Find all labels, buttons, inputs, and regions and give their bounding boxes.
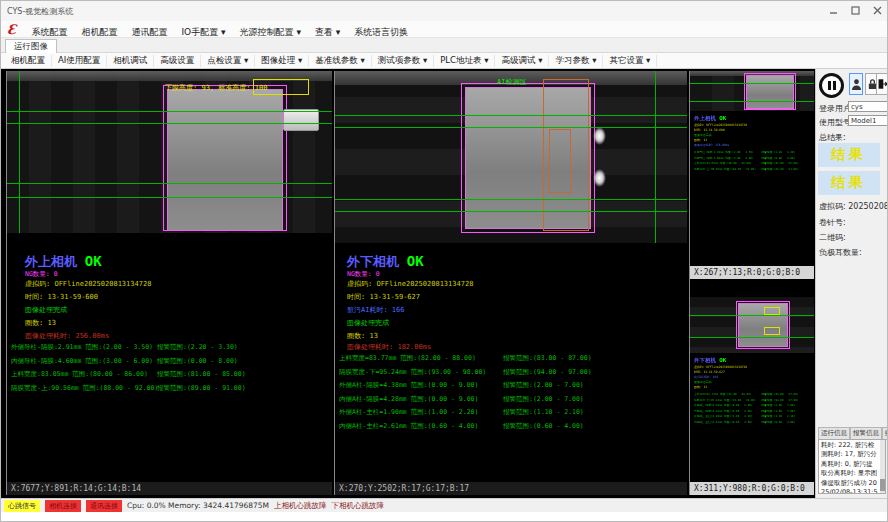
virtual-code: 虚拟码: OFFline2025020813134728 (347, 279, 473, 289)
toolbar-item[interactable]: 高级设置 (154, 55, 201, 67)
toolbar: 相机配置AI使用配置相机调试高级设置点检设置 ▾图像处理 ▾基准线参数 ▾测试项… (1, 53, 888, 69)
tab-run-image[interactable]: 运行图像 (5, 39, 57, 53)
result-block-lower: 结果 (818, 171, 880, 195)
measurement-row: 外侧导柱-隔膜:2.91mm 范围:(2.00 - 3.50) 报警范围:(2.… (7, 343, 332, 357)
virtual-code: 虚拟码: OFFline2025020813134728 (25, 279, 151, 289)
measurement-row: 隔膜宽度-上:90.56mm 范围:(88.00 - 92.00) 报警范围:(… (7, 384, 332, 398)
menu-item[interactable]: 通讯配置 (124, 27, 174, 37)
thumbnail-lower[interactable]: 外下相机 OK 虚拟码: OFFline2025020813134728 时间:… (690, 297, 814, 495)
thumbnail-column: 外上相机 OK 虚拟码: OFFline2025020813134728 时间:… (689, 71, 813, 495)
toolbar-item[interactable]: 高级调试 ▾ (495, 55, 549, 67)
menu-bar: Ɛ 系统配置相机配置通讯配置IO手配置 ▾光源控制配置 ▾查看 ▾系统语言切换 (1, 21, 888, 38)
toolbar-item[interactable]: 图像处理 ▾ (255, 55, 309, 67)
camera-title: 外上相机 OK (25, 253, 102, 271)
title-bar: CYS-视觉检测系统 (1, 1, 888, 21)
status-bar: 心跳信号 相机连接 通讯连接 Cpu: 0.0% Memory: 3424.41… (1, 498, 888, 512)
comm-connect-badge: 通讯连接 (86, 500, 122, 512)
process-done: 图像处理完成 (25, 305, 67, 315)
menu-item[interactable]: IO手配置 ▾ (174, 27, 232, 37)
log-box[interactable]: 耗时: 222, 脏污检测耗时: 17, 脏污分离耗时: 0, 脏污提取分离耗时… (818, 439, 886, 494)
toolbar-item[interactable]: PLC地址表 ▾ (434, 55, 495, 67)
toolbar-item[interactable]: 测试项参数 ▾ (372, 55, 434, 67)
loop-count: 圈数: 13 (347, 331, 378, 341)
toolbar-item[interactable]: 其它设置 ▾ (603, 55, 657, 67)
virtual-code-field: 虚拟码: 20250208 (819, 201, 888, 212)
log-scrollbar[interactable] (880, 440, 885, 493)
capture-time: 时间: 13-31-59-627 (347, 292, 420, 302)
user-button[interactable] (849, 73, 863, 95)
login-user-value[interactable]: cys (848, 101, 888, 112)
lower-camera-status: 下相机心跳故障 (332, 501, 385, 511)
ng-count: NG数量: 0 (25, 270, 58, 279)
thumbnail-upper[interactable]: 外上相机 OK 虚拟码: OFFline2025020813134728 时间:… (690, 71, 814, 279)
pixel-readout-lower: X:270;Y:2502;R:17;G:17;B:17 (335, 482, 687, 495)
minimize-icon[interactable] (825, 4, 841, 17)
camera-image-lower[interactable]: AI检测区 (335, 71, 687, 243)
measurement-row: 外侧A柱-隔膜=4.38mm 范围:(0.00 - 9.00) 报警范围:(2.… (335, 381, 687, 395)
pause-button[interactable] (819, 73, 844, 98)
qr-code-field: 二维码: (819, 232, 846, 243)
toolbar-item[interactable]: 相机配置 (5, 55, 52, 67)
ai-elapsed: 脏污AI耗时: 166 (347, 305, 405, 315)
process-done: 图像处理完成 (347, 318, 389, 328)
pixel-readout-upper: X:7677;Y:891;R:14;G:14;B:14 (7, 482, 332, 495)
needle-number-field: 卷针号: (819, 217, 846, 228)
user-icon (851, 78, 862, 91)
main-area: 下膜高度: 93, 标准高度: 100 外上相机 OK NG数量: 0 虚拟码:… (1, 69, 815, 498)
toolbar-item[interactable]: 点检设置 ▾ (201, 55, 255, 67)
maximize-icon[interactable] (847, 4, 863, 17)
loop-count: 圈数: 13 (25, 318, 56, 328)
ai-zone-label: AI检测区 (497, 77, 526, 87)
menu-item[interactable]: 系统配置 (24, 27, 74, 37)
log-text: 耗时: 222, 脏污检测耗时: 17, 脏污分离耗时: 0, 脏污提取分离耗时… (821, 441, 878, 494)
close-icon[interactable] (869, 4, 885, 17)
toolbar-item[interactable]: 学习参数 ▾ (549, 55, 603, 67)
exit-button[interactable] (876, 73, 888, 95)
measurement-row: 上料宽度:83.05mm 范围:(80.00 - 86.00) 报警范围:(81… (7, 370, 332, 384)
exit-door-icon (877, 78, 888, 90)
app-logo-icon: Ɛ (7, 22, 16, 37)
menu-item[interactable]: 相机配置 (74, 27, 124, 37)
tab-count-field: 负极耳数量: (819, 247, 862, 258)
upper-camera-status: 上相机心跳故障 (274, 501, 327, 511)
camera-view-lower[interactable]: AI检测区 外下相机 OK NG数量: 0 虚拟码: OFFline202502… (334, 71, 687, 495)
camera-connect-badge: 相机连接 (45, 500, 81, 512)
toolbar-item[interactable]: 相机调试 (107, 55, 154, 67)
menu-item[interactable]: 查看 ▾ (308, 27, 347, 37)
toolbar-item[interactable]: AI使用配置 (52, 55, 107, 67)
heartbeat-badge: 心跳信号 (4, 500, 40, 512)
right-sidebar: 登录用户: cys 使用型号: Model1 总结果: 结果 结果 虚拟码: 2… (815, 69, 888, 498)
ng-count: NG数量: 0 (347, 270, 380, 279)
capture-time: 时间: 13-31-59-600 (25, 292, 98, 302)
process-elapsed: 图像处理耗时: 182.00ms (347, 342, 431, 352)
pixel-readout-thumb-upper: X:267;Y:13;R:0;G:0;B:0 (690, 266, 814, 279)
pixel-readout-thumb-lower: X:311;Y:980;R:0;G:0;B:0 (690, 482, 814, 495)
camera-image-upper[interactable]: 下膜高度: 93, 标准高度: 100 (7, 71, 332, 233)
camera-title: 外下相机 OK (347, 253, 424, 271)
measurement-row: 内侧导柱-隔膜:4.60mm 范围:(3.00 - 6.00) 报警范围:(0.… (7, 357, 332, 371)
window-title: CYS-视觉检测系统 (7, 6, 73, 17)
toolbar-item[interactable]: 基准线参数 ▾ (309, 55, 371, 67)
tab-strip: 运行图像 (1, 38, 888, 53)
measurement-row: 外侧A柱-主柱=1.90mm 范围:(1.00 - 2.20) 报警范围:(1.… (335, 408, 687, 422)
measurement-row: 内侧A柱-主柱=2.61mm 范围:(0.60 - 4.00) 报警范围:(0.… (335, 422, 687, 436)
measurement-row: 内侧A柱-隔膜=4.28mm 范围:(0.00 - 9.00) 报警范围:(2.… (335, 395, 687, 409)
measurement-row: 上料宽度=83.77mm 范围:(82.00 - 88.00) 报警范围:(83… (335, 354, 687, 368)
process-elapsed: 图像处理耗时: 256.00ms (25, 331, 109, 341)
cpu-memory-readout: Cpu: 0.0% Memory: 3424.41796875M (127, 501, 269, 510)
result-block-upper: 结果 (818, 143, 880, 167)
height-annotation: 下膜高度: 93, 标准高度: 100 (165, 83, 267, 93)
measurement-row: 隔膜宽度-下=95.24mm 范围:(93.00 - 98.00) 报警范围:(… (335, 368, 687, 382)
camera-view-upper[interactable]: 下膜高度: 93, 标准高度: 100 外上相机 OK NG数量: 0 虚拟码:… (6, 71, 332, 495)
app-window: CYS-视觉检测系统 Ɛ 系统配置相机配置通讯配置IO手配置 ▾光源控制配置 ▾… (0, 0, 888, 522)
menu-item[interactable]: 系统语言切换 (347, 27, 415, 37)
menu-item[interactable]: 光源控制配置 ▾ (233, 27, 308, 37)
total-result-label: 总结果: (819, 132, 846, 143)
model-value[interactable]: Model1 (848, 115, 888, 126)
